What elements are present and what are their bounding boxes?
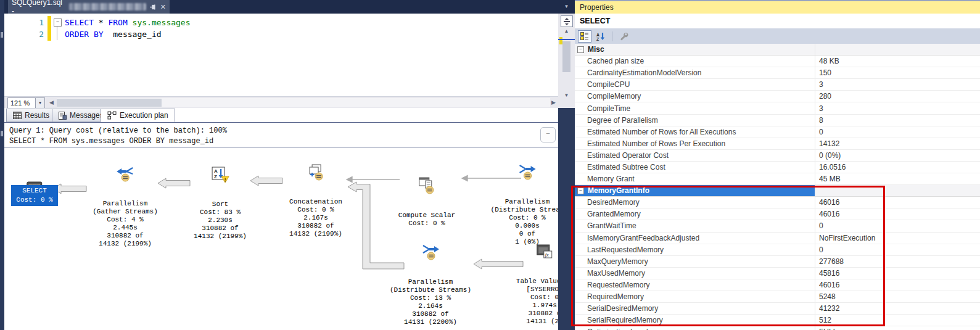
- property-row[interactable]: SerialDesiredMemory41232: [575, 303, 980, 315]
- property-name[interactable]: CompileCPU: [575, 79, 815, 90]
- property-value[interactable]: 280: [815, 91, 980, 102]
- property-row[interactable]: CompileTime3: [575, 102, 980, 114]
- property-value[interactable]: 512: [815, 315, 980, 326]
- property-name[interactable]: Cached plan size: [575, 56, 815, 67]
- horizontal-scrollbar[interactable]: [57, 98, 550, 107]
- property-name[interactable]: LastRequestedMemory: [575, 244, 815, 255]
- property-row[interactable]: IsMemoryGrantFeedbackAdjustedNoFirstExec…: [575, 233, 980, 244]
- property-name[interactable]: SerialRequiredMemory: [575, 315, 815, 326]
- property-row[interactable]: RequiredMemory5248: [575, 291, 980, 303]
- alphabetical-sort-button[interactable]: A Z: [594, 30, 607, 43]
- property-name[interactable]: RequiredMemory: [575, 291, 815, 302]
- pin-icon[interactable]: [149, 4, 156, 10]
- property-value[interactable]: 150: [815, 67, 980, 78]
- property-name[interactable]: CardinalityEstimationModelVersion: [575, 67, 815, 78]
- property-name[interactable]: Estimated Number of Rows Per Execution: [575, 138, 815, 149]
- property-name[interactable]: MaxQueryMemory: [575, 256, 815, 267]
- property-value[interactable]: 41232: [815, 303, 980, 314]
- property-name[interactable]: IsMemoryGrantFeedbackAdjusted: [575, 233, 815, 244]
- property-value[interactable]: FULL: [815, 326, 980, 330]
- plan-node-concatenation[interactable]: ConcatenationCost: 0 %2.167s310882 of141…: [289, 148, 342, 254]
- property-value[interactable]: 16.0516: [815, 162, 980, 173]
- property-value[interactable]: 3: [815, 79, 980, 90]
- property-value[interactable]: [815, 44, 980, 55]
- collapse-icon[interactable]: −: [577, 188, 584, 194]
- document-tab-sqlquery1[interactable]: SQLQuery1.sql - ✕: [8, 0, 170, 14]
- tab-results[interactable]: Results: [6, 109, 56, 122]
- property-row[interactable]: MaxQueryMemory277688: [575, 256, 980, 268]
- property-name[interactable]: CompileMemory: [575, 91, 815, 102]
- property-row[interactable]: RequestedMemory46016: [575, 279, 980, 291]
- window-dropdown-icon[interactable]: ▼: [558, 0, 575, 14]
- code-line-2[interactable]: ORDER BY message_id: [65, 28, 162, 40]
- property-row[interactable]: Estimated Subtree Cost16.0516: [575, 162, 980, 173]
- zoom-dropdown-icon[interactable]: ▾: [35, 97, 45, 109]
- property-row[interactable]: GrantedMemory46016: [575, 208, 980, 220]
- property-row[interactable]: SerialRequiredMemory512: [575, 315, 980, 326]
- hscroll-thumb[interactable]: [57, 99, 162, 107]
- property-row[interactable]: DesiredMemory46016: [575, 197, 980, 208]
- property-value[interactable]: 45 MB: [815, 173, 980, 184]
- property-pages-button[interactable]: [617, 30, 630, 43]
- property-name[interactable]: Memory Grant: [575, 173, 815, 184]
- property-section-header[interactable]: −Misc: [575, 44, 980, 56]
- property-value[interactable]: 277688: [815, 256, 980, 267]
- property-value[interactable]: 0 (0%): [815, 150, 980, 161]
- plan-node-distribute-streams-bottom[interactable]: Parallelism(Distribute Streams)Cost: 13 …: [390, 228, 471, 330]
- collapse-icon[interactable]: −: [577, 46, 584, 53]
- property-row[interactable]: Estimated Number of Rows Per Execution14…: [575, 138, 980, 150]
- property-name[interactable]: CompileTime: [575, 102, 815, 113]
- property-name[interactable]: GrantWaitTime: [575, 220, 815, 231]
- plan-node-sort[interactable]: A Z SortCost: 83 %2.230s310882 of14132 (…: [194, 151, 247, 257]
- property-row[interactable]: Estimated Operator Cost0 (0%): [575, 150, 980, 162]
- code-collapse-icon[interactable]: −: [54, 19, 62, 27]
- categorized-button[interactable]: [578, 30, 591, 43]
- property-row[interactable]: GrantWaitTime0: [575, 220, 980, 232]
- property-row[interactable]: Optimization LevelFULL: [575, 326, 980, 330]
- code-line-1[interactable]: SELECT * FROM sys.messages: [65, 17, 191, 28]
- property-value[interactable]: [815, 185, 980, 196]
- property-name[interactable]: −MemoryGrantInfo: [575, 185, 815, 196]
- property-name[interactable]: GrantedMemory: [575, 208, 815, 220]
- property-value[interactable]: 46016: [815, 279, 980, 291]
- property-row[interactable]: CardinalityEstimationModelVersion150: [575, 67, 980, 79]
- property-value[interactable]: 46016: [815, 208, 980, 220]
- property-name[interactable]: Degree of Parallelism: [575, 115, 815, 126]
- property-value[interactable]: 3: [815, 102, 980, 113]
- property-name[interactable]: −Misc: [575, 44, 815, 55]
- editor-zoom-level[interactable]: 121 %: [7, 97, 38, 109]
- property-row[interactable]: LastRequestedMemory0: [575, 244, 980, 256]
- property-row[interactable]: Memory Grant45 MB: [575, 173, 980, 185]
- vscroll-thumb[interactable]: [562, 41, 570, 72]
- property-row[interactable]: CompileCPU3: [575, 79, 980, 91]
- property-name[interactable]: Estimated Subtree Cost: [575, 162, 815, 173]
- property-value[interactable]: 14132: [815, 138, 980, 149]
- code-editor[interactable]: 1 2 − SELECT * FROM sys.messages ORDER B…: [4, 14, 558, 96]
- vscroll-up-arrow[interactable]: ▲: [558, 28, 575, 34]
- property-value[interactable]: 45816: [815, 268, 980, 279]
- property-row[interactable]: Cached plan size48 KB: [575, 56, 980, 67]
- tab-execution-plan[interactable]: Execution plan: [101, 109, 175, 122]
- hscroll-right-arrow[interactable]: ▶: [550, 98, 558, 107]
- property-row[interactable]: CompileMemory280: [575, 91, 980, 102]
- property-value[interactable]: 48 KB: [815, 56, 980, 67]
- property-name[interactable]: SerialDesiredMemory: [575, 303, 815, 314]
- property-name[interactable]: RequestedMemory: [575, 279, 815, 291]
- property-name[interactable]: DesiredMemory: [575, 197, 815, 208]
- property-name[interactable]: Estimated Number of Rows for All Executi…: [575, 126, 815, 138]
- property-value[interactable]: 0: [815, 220, 980, 231]
- property-name[interactable]: Estimated Operator Cost: [575, 150, 815, 161]
- property-row[interactable]: MaxUsedMemory45816: [575, 268, 980, 279]
- vscroll-down-arrow[interactable]: ▼: [558, 93, 575, 98]
- split-window-handle[interactable]: [561, 15, 573, 27]
- close-icon[interactable]: ✕: [160, 3, 166, 11]
- vertical-scrollbar[interactable]: ▲ ▼: [558, 14, 575, 108]
- property-value[interactable]: NoFirstExecution: [815, 233, 980, 244]
- plan-node-gather-streams[interactable]: Parallelism(Gather Streams)Cost: 4 %2.44…: [93, 151, 158, 264]
- property-value[interactable]: 5248: [815, 291, 980, 302]
- property-section-header[interactable]: −MemoryGrantInfo: [575, 185, 980, 197]
- property-value[interactable]: 46016: [815, 197, 980, 208]
- plan-navigator-button[interactable]: ‒: [540, 127, 556, 142]
- hscroll-left-arrow[interactable]: ◀: [47, 98, 56, 107]
- property-value[interactable]: 8: [815, 115, 980, 126]
